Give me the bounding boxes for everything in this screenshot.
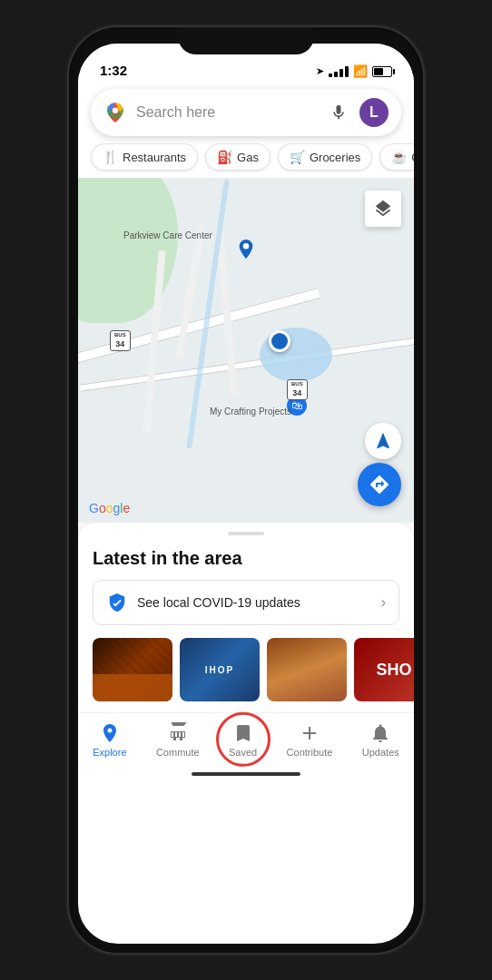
photo-row: IHOP SHO (78, 638, 414, 712)
covid-row[interactable]: See local COVID-19 updates › (93, 580, 399, 625)
status-time: 1:32 (100, 63, 127, 78)
photo-building[interactable] (267, 638, 347, 701)
user-avatar[interactable]: L (359, 98, 389, 127)
mic-icon[interactable] (327, 101, 350, 124)
search-bar[interactable]: Search here L (91, 89, 401, 136)
nav-item-saved[interactable]: Saved (221, 722, 264, 758)
gas-icon: ⛽ (217, 150, 232, 164)
phone-frame: 1:32 ➤ 📶 (69, 27, 423, 953)
sheet-handle (228, 532, 264, 535)
status-icons: ➤ 📶 (316, 64, 392, 78)
groceries-icon: 🛒 (290, 150, 305, 164)
location-arrow-icon: ➤ (316, 65, 324, 77)
svg-point-0 (113, 108, 119, 114)
groceries-label: Groceries (310, 151, 360, 164)
home-indicator (78, 765, 414, 783)
commute-icon (167, 722, 189, 744)
photo-shop[interactable]: SHO (354, 638, 414, 701)
category-pill-groceries[interactable]: 🛒 Groceries (278, 143, 372, 171)
covid-shield-icon (106, 592, 128, 613)
directions-button[interactable] (358, 463, 401, 506)
search-input[interactable]: Search here (136, 104, 318, 121)
covid-chevron-icon: › (381, 594, 386, 611)
gas-label: Gas (237, 151, 259, 164)
maps-logo-icon (103, 101, 127, 124)
svg-point-1 (243, 243, 250, 250)
contribute-icon (299, 722, 320, 744)
home-bar (192, 772, 300, 776)
bottom-nav: Explore Commute Saved Cont (78, 712, 414, 765)
commute-label: Commute (156, 747, 200, 758)
category-pill-restaurants[interactable]: 🍴 Restaurants (91, 143, 198, 171)
google-logo: Google (89, 501, 130, 515)
updates-icon (369, 722, 391, 744)
saved-icon (232, 722, 254, 744)
section-title: Latest in the area (78, 548, 414, 580)
battery-icon (372, 66, 392, 77)
nav-item-explore[interactable]: Explore (85, 722, 133, 758)
phone-screen: 1:32 ➤ 📶 (78, 44, 414, 944)
nav-item-commute[interactable]: Commute (149, 722, 207, 758)
coffee-label: Coffee (411, 151, 414, 164)
photo-ihop[interactable]: IHOP (180, 638, 260, 701)
crafting-label: My Crafting Projects (210, 407, 291, 416)
covid-text: See local COVID-19 updates (137, 595, 372, 610)
contribute-label: Contribute (287, 747, 333, 758)
saved-label: Saved (229, 747, 257, 758)
restaurants-label: Restaurants (123, 151, 186, 164)
restaurants-icon: 🍴 (103, 150, 118, 164)
map-layers-button[interactable] (365, 191, 401, 227)
category-pill-gas[interactable]: ⛽ Gas (205, 143, 271, 171)
signal-icon (329, 66, 349, 77)
category-row: 🍴 Restaurants ⛽ Gas 🛒 Groceries ☕ Coffee (78, 143, 414, 178)
notch (178, 27, 314, 54)
place-pin (237, 240, 255, 263)
map-area[interactable]: 🛍 Parkview Care Center My Crafting Proje… (78, 178, 414, 523)
category-pill-coffee[interactable]: ☕ Coffee (379, 143, 414, 171)
photo-food[interactable] (93, 638, 172, 701)
bottom-sheet: Latest in the area See local COVID-19 up… (78, 523, 414, 712)
coffee-icon: ☕ (391, 150, 407, 164)
bus-badge-2: BUS 34 (287, 379, 308, 400)
updates-label: Updates (362, 747, 399, 758)
compass-button[interactable] (365, 423, 401, 459)
parkview-label: Parkview Care Center (123, 230, 212, 240)
wifi-icon: 📶 (353, 64, 368, 78)
bus-badge-1: BUS 34 (110, 330, 131, 351)
current-location-pin (269, 330, 290, 352)
nav-item-updates[interactable]: Updates (355, 722, 407, 758)
nav-item-contribute[interactable]: Contribute (280, 722, 340, 758)
explore-label: Explore (93, 747, 126, 758)
explore-icon (99, 722, 121, 744)
